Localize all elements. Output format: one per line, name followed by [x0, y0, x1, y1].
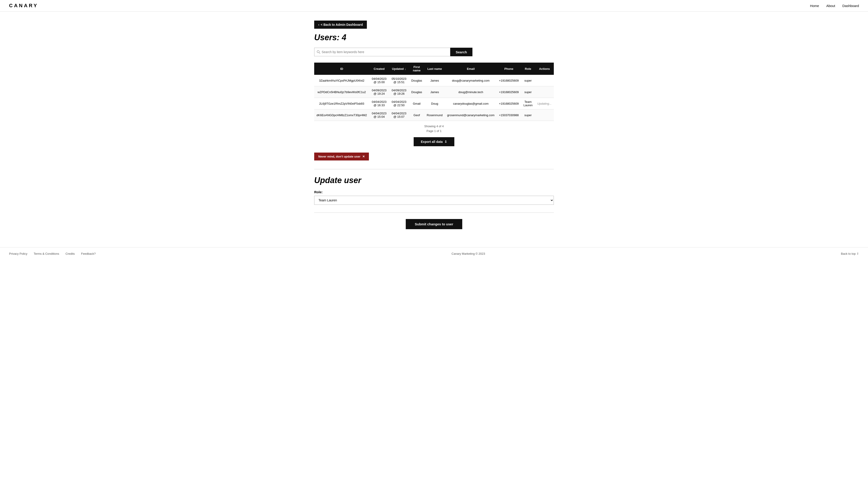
- nav-dashboard[interactable]: Dashboard: [842, 4, 859, 8]
- cell-id: wZPDdCn5HBNu0jz7b9evWs0fC1u2: [314, 86, 369, 98]
- footer-feedback[interactable]: Feedback?: [81, 252, 96, 255]
- back-to-top-label: Back to top: [841, 252, 856, 255]
- back-button[interactable]: ‹ < Back to Admin Dashboard: [314, 21, 367, 29]
- main-content: ‹ < Back to Admin Dashboard Users: 4 Sea…: [310, 11, 558, 247]
- pagination-page: Page 1 of 1: [314, 129, 554, 134]
- pagination-info: Showing 4 of 4 Page 1 of 1: [314, 124, 554, 134]
- site-logo: CANARY: [9, 3, 38, 8]
- footer-terms[interactable]: Terms & Conditions: [34, 252, 59, 255]
- cell-created: 04/04/2023 @ 15:00: [369, 75, 389, 86]
- footer-credits[interactable]: Credits: [66, 252, 75, 255]
- submit-changes-button[interactable]: Submit changes to user: [406, 219, 462, 229]
- cell-email: canarydouglas@gmail.com: [445, 98, 497, 109]
- cell-phone: +19168025609: [497, 75, 521, 86]
- role-label: Role:: [314, 190, 554, 194]
- cancel-button-label: Never mind, don't update user: [318, 155, 361, 158]
- users-table: ID Created Updated ↓ First name Last nam…: [314, 63, 554, 121]
- search-icon: [317, 50, 320, 54]
- cell-updated: 04/09/2023 @ 19:26: [389, 86, 409, 98]
- cell-lastname: James: [425, 86, 445, 98]
- table-row: wZPDdCn5HBNu0jz7b9evWs0fC1u2 04/09/2023 …: [314, 86, 554, 98]
- cell-lastname: Doug: [425, 98, 445, 109]
- back-to-top-link[interactable]: Back to top ⇧: [841, 252, 859, 255]
- col-created: Created: [369, 63, 389, 75]
- table-row: 3ZaahkmfAaYiCpsPAJMgpU04Ixt2 04/04/2023 …: [314, 75, 554, 86]
- table-header-row: ID Created Updated ↓ First name Last nam…: [314, 63, 554, 75]
- col-firstname: First name: [409, 63, 425, 75]
- nav-about[interactable]: About: [826, 4, 835, 8]
- cell-role: super: [521, 109, 535, 121]
- table-row: dK6EoANGDpcHM8zZ1omxT30pr4M2 04/04/2023 …: [314, 109, 554, 121]
- search-bar: Search: [314, 48, 472, 56]
- update-title: Update user: [314, 175, 554, 185]
- update-user-section: Update user Role: Team Laurensuperadmin …: [314, 175, 554, 229]
- cell-updated: 04/04/2023 @ 22:50: [389, 98, 409, 109]
- cell-id: 3ZaahkmfAaYiCpsPAJMgpU04Ixt2: [314, 75, 369, 86]
- chevron-left-icon: ‹: [318, 23, 319, 27]
- download-icon: ⇩: [444, 140, 447, 143]
- close-icon: ✕: [362, 155, 365, 158]
- footer-links-left: Privacy Policy Terms & Conditions Credit…: [9, 252, 96, 255]
- cell-phone: +19168025609: [497, 98, 521, 109]
- col-id: ID: [314, 63, 369, 75]
- cell-role: super: [521, 86, 535, 98]
- cell-action: [535, 75, 554, 86]
- col-updated: Updated ↓: [389, 63, 409, 75]
- cell-action: [535, 86, 554, 98]
- search-input[interactable]: [322, 48, 448, 56]
- updating-badge: Updating...: [537, 102, 552, 105]
- cell-created: 04/09/2023 @ 19:24: [369, 86, 389, 98]
- svg-line-1: [319, 53, 320, 54]
- cell-id: 2L6j9TGze1RhnZ2pVIN0xtF5sb93: [314, 98, 369, 109]
- export-button-label: Export all data: [421, 140, 442, 143]
- export-button-wrap: Export all data ⇩: [314, 137, 554, 146]
- role-select[interactable]: Team Laurensuperadmin: [314, 196, 554, 205]
- cell-phone: +19168025609: [497, 86, 521, 98]
- nav-links: Home About Dashboard: [810, 4, 859, 8]
- cancel-update-button[interactable]: Never mind, don't update user ✕: [314, 153, 369, 160]
- table-row: 2L6j9TGze1RhnZ2pVIN0xtF5sb93 04/04/2023 …: [314, 98, 554, 109]
- cell-firstname: Douglas: [409, 75, 425, 86]
- footer-copyright: Canary Marketing © 2023: [452, 252, 485, 255]
- cell-role: Team Lauren: [521, 98, 535, 109]
- col-actions: Actions: [535, 63, 554, 75]
- cell-email: doug@minute.tech: [445, 86, 497, 98]
- cell-id: dK6EoANGDpcHM8zZ1omxT30pr4M2: [314, 109, 369, 121]
- cell-firstname: Gmail: [409, 98, 425, 109]
- cell-lastname: James: [425, 75, 445, 86]
- pagination-showing: Showing 4 of 4: [314, 124, 554, 129]
- cell-firstname: Geof: [409, 109, 425, 121]
- footer: Privacy Policy Terms & Conditions Credit…: [0, 247, 868, 260]
- cell-role: super: [521, 75, 535, 86]
- cell-created: 04/04/2023 @ 15:04: [369, 109, 389, 121]
- footer-privacy[interactable]: Privacy Policy: [9, 252, 27, 255]
- col-phone: Phone: [497, 63, 521, 75]
- page-title: Users: 4: [314, 33, 554, 42]
- col-lastname: Last name: [425, 63, 445, 75]
- back-button-label: < Back to Admin Dashboard: [321, 23, 363, 27]
- search-button[interactable]: Search: [450, 48, 472, 56]
- cell-updated: 04/04/2023 @ 15:07: [389, 109, 409, 121]
- cell-updated: 05/10/2023 @ 15:51: [389, 75, 409, 86]
- cell-lastname: Rosenmund: [425, 109, 445, 121]
- col-email: Email: [445, 63, 497, 75]
- cell-action: [535, 109, 554, 121]
- cell-created: 04/04/2023 @ 16:33: [369, 98, 389, 109]
- cell-phone: +15037030988: [497, 109, 521, 121]
- export-button[interactable]: Export all data ⇩: [414, 137, 454, 146]
- cell-action: Updating...: [535, 98, 554, 109]
- cell-email: grosenmund@canarymarketing.com: [445, 109, 497, 121]
- col-role: Role: [521, 63, 535, 75]
- submit-button-wrap: Submit changes to user: [314, 219, 554, 229]
- search-input-wrap: [314, 48, 450, 56]
- footer-back-to-top[interactable]: Back to top ⇧: [841, 252, 859, 255]
- nav-home[interactable]: Home: [810, 4, 819, 8]
- chevron-up-icon: ⇧: [857, 252, 859, 255]
- section-divider: [314, 169, 554, 169]
- cell-email: doug@canarymarketing.com: [445, 75, 497, 86]
- navbar: CANARY Home About Dashboard: [0, 0, 868, 11]
- cell-firstname: Douglas: [409, 86, 425, 98]
